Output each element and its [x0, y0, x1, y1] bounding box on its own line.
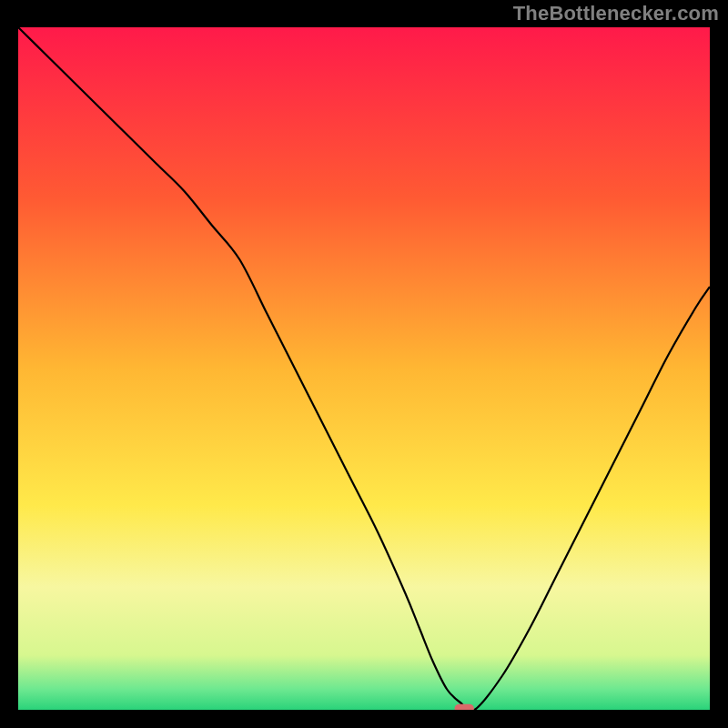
attribution-label: TheBottlenecker.com [513, 2, 719, 25]
chart-frame: TheBottlenecker.com [0, 0, 728, 728]
bottleneck-chart [18, 27, 710, 710]
optimal-marker [455, 704, 474, 710]
